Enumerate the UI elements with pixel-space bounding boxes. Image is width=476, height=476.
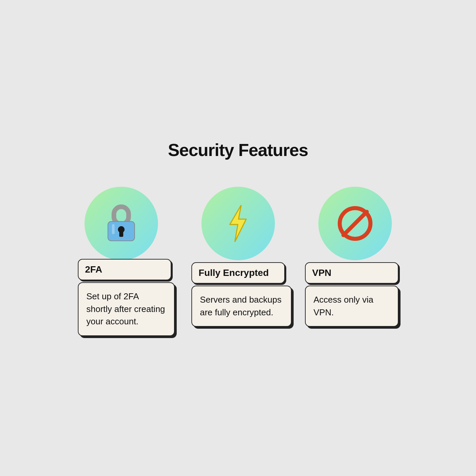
feature-card-encrypted: Fully Encrypted Servers and backups are … <box>191 187 285 327</box>
svg-rect-4 <box>112 224 115 234</box>
feature-card-vpn: VPN Access only via VPN. <box>305 187 399 327</box>
svg-marker-5 <box>230 205 246 242</box>
card-stack-2fa: 2FA Set up of 2FA shortly after creating… <box>78 254 171 336</box>
circle-lightning-icon <box>201 187 275 260</box>
lock-icon <box>105 204 138 243</box>
feature-card-2fa: 2FA Set up of 2FA shortly after creating… <box>78 187 171 336</box>
card-desc-2fa: Set up of 2FA shortly after creating you… <box>78 282 175 336</box>
svg-line-7 <box>343 212 367 235</box>
banned-icon <box>337 205 373 242</box>
card-desc-encrypted: Servers and backups are fully encrypted. <box>191 286 292 327</box>
circle-lock-icon <box>85 187 158 260</box>
card-stack-vpn: VPN Access only via VPN. <box>305 257 399 327</box>
circle-vpn-icon <box>318 187 392 260</box>
card-title-encrypted: Fully Encrypted <box>191 262 285 284</box>
page-title: Security Features <box>168 140 308 160</box>
svg-rect-3 <box>119 231 123 237</box>
card-title-vpn: VPN <box>305 262 399 284</box>
card-stack-encrypted: Fully Encrypted Servers and backups are … <box>191 257 285 327</box>
lightning-icon <box>224 205 252 242</box>
card-title-2fa: 2FA <box>78 259 171 280</box>
card-desc-vpn: Access only via VPN. <box>305 286 399 327</box>
features-grid: 2FA Set up of 2FA shortly after creating… <box>78 187 399 336</box>
